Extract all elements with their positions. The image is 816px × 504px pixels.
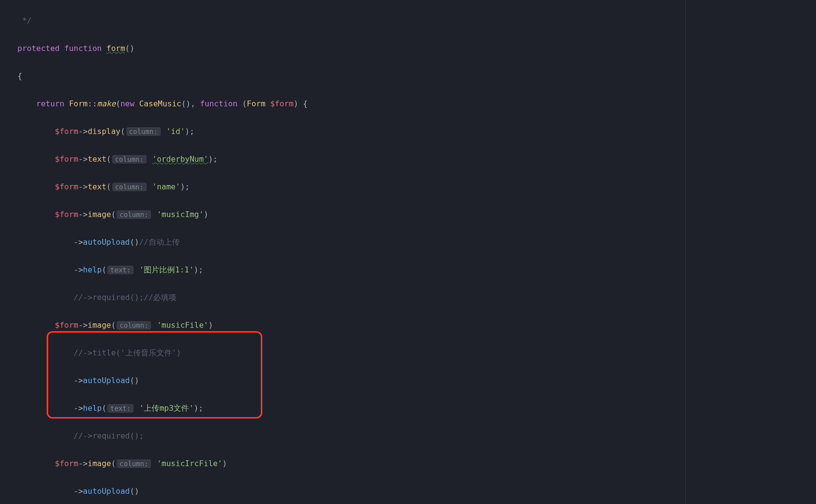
keyword-return: return — [36, 99, 65, 108]
punc: ); — [194, 403, 203, 413]
keyword-protected: protected — [17, 44, 60, 53]
var-form: $form — [55, 459, 78, 468]
arrow-op: -> — [74, 237, 83, 247]
paren: ( — [116, 99, 120, 108]
param-hint-column: column: — [117, 459, 151, 468]
method-help: help — [83, 265, 102, 274]
string-imgratio: '图片比例1:1' — [139, 265, 194, 274]
var-form: $form — [55, 320, 78, 330]
arrow-op: -> — [74, 403, 83, 413]
punc: ); — [180, 182, 189, 191]
arrow-op: -> — [74, 265, 83, 274]
paren: ( — [111, 459, 116, 468]
paren: ( — [102, 403, 106, 413]
paren: ( — [106, 154, 111, 164]
param-hint-column: column: — [112, 155, 147, 164]
arrow-op: -> — [78, 459, 87, 468]
keyword-new: new — [120, 99, 135, 108]
method-image: image — [88, 320, 111, 330]
punc: ); — [194, 265, 203, 274]
arrow-op: -> — [78, 320, 87, 330]
string-musicfile: 'musicFile' — [157, 320, 208, 330]
punc: (), — [181, 99, 200, 108]
arrow-op: -> — [78, 210, 87, 219]
param-hint-text: text: — [107, 404, 134, 413]
comment-title: //->title('上传音乐文件') — [74, 348, 181, 357]
method-text: text — [88, 182, 107, 191]
var-form: $form — [55, 127, 78, 136]
comment-autoupload: //自动上传 — [139, 237, 179, 247]
string-musicimg: 'musicImg' — [157, 210, 204, 219]
type-form: Form — [247, 99, 266, 108]
function-name: form — [106, 44, 125, 53]
brace-open: { — [17, 71, 22, 81]
method-autoupload: autoUpload — [83, 376, 130, 385]
punc: ) { — [293, 99, 307, 108]
keyword-function: function — [200, 99, 238, 108]
parens: () — [130, 487, 139, 496]
method-make: make — [97, 99, 116, 108]
class-form: Form — [69, 99, 88, 108]
arrow-op: -> — [74, 376, 83, 385]
parens: () — [130, 376, 139, 385]
string-uploadmp3: '上传mp3文件' — [139, 403, 194, 413]
method-image: image — [88, 459, 111, 468]
scope-op: :: — [88, 99, 97, 108]
arrow-op: -> — [74, 487, 83, 496]
param-hint-column: column: — [126, 127, 161, 136]
method-autoupload: autoUpload — [83, 237, 130, 247]
string-musicircfile: 'musicIrcFile' — [157, 459, 222, 468]
parens: () — [125, 44, 135, 53]
param-hint-column: column: — [117, 210, 151, 219]
arrow-op: -> — [78, 182, 87, 191]
method-image: image — [88, 210, 111, 219]
punc: ) — [208, 320, 213, 330]
punc: ) — [204, 210, 208, 219]
param-hint-text: text: — [107, 266, 134, 274]
paren: ( — [111, 210, 116, 219]
keyword-function: function — [64, 44, 102, 53]
punc: ); — [185, 127, 194, 136]
comment-text: */ — [17, 16, 32, 25]
class-casemusic: CaseMusic — [139, 99, 181, 108]
method-autoupload: autoUpload — [83, 487, 130, 496]
comment-required: //->required(); — [74, 431, 144, 440]
method-help: help — [83, 403, 102, 413]
arrow-op: -> — [78, 154, 87, 164]
string-id: 'id' — [166, 127, 185, 136]
paren: ( — [120, 127, 125, 136]
var-form: $form — [55, 182, 78, 191]
paren: ( — [238, 99, 247, 108]
punc: ); — [208, 154, 218, 164]
param-hint-column: column: — [112, 183, 147, 191]
var-form: $form — [270, 99, 293, 108]
comment-required: //->required();//必填项 — [74, 293, 177, 302]
parens: () — [130, 237, 139, 247]
var-form: $form — [55, 154, 78, 164]
method-text: text — [88, 154, 107, 164]
paren: ( — [111, 320, 116, 330]
var-form: $form — [55, 210, 78, 219]
string-orderbynum: 'orderbyNum' — [152, 154, 208, 164]
param-hint-column: column: — [117, 321, 151, 330]
punc: ) — [222, 459, 227, 468]
string-name: 'name' — [152, 182, 180, 191]
arrow-op: -> — [78, 127, 87, 136]
paren: ( — [102, 265, 106, 274]
paren: ( — [106, 182, 111, 191]
code-editor[interactable]: */ protected function form() { return Fo… — [0, 0, 816, 504]
method-display: display — [88, 127, 120, 136]
